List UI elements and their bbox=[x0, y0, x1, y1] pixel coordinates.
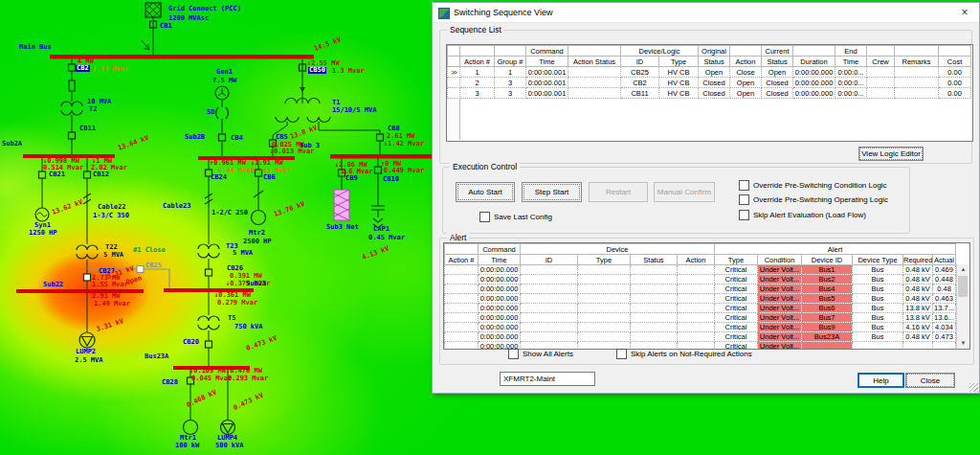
cell[interactable] bbox=[678, 275, 715, 284]
title-bar[interactable]: Switching Sequence View × bbox=[433, 3, 979, 23]
alert-row[interactable]: 0:00:00.000CriticalUnder Volt...Bus1Bus0… bbox=[445, 265, 956, 275]
override-operating-logic-checkbox[interactable]: Override Pre-Switching Operating Logic bbox=[739, 194, 888, 205]
cell[interactable]: 0:00:00.000 bbox=[479, 275, 521, 284]
cell[interactable]: HV CB bbox=[659, 78, 699, 88]
cell[interactable] bbox=[445, 294, 479, 304]
cell[interactable]: Bus23A bbox=[802, 332, 853, 342]
cell[interactable]: 0:00:00.000 bbox=[479, 332, 521, 342]
cell[interactable] bbox=[933, 342, 956, 351]
cell[interactable]: Under Volt... bbox=[758, 294, 802, 304]
checkbox-icon[interactable] bbox=[479, 212, 490, 222]
cell[interactable]: Open bbox=[762, 67, 793, 78]
scroll-up-icon[interactable]: ▲ bbox=[957, 264, 969, 275]
cell[interactable] bbox=[445, 284, 479, 294]
cell[interactable]: 1 bbox=[460, 67, 495, 78]
cell[interactable] bbox=[867, 78, 895, 88]
cell[interactable]: Bus bbox=[853, 284, 903, 294]
cell[interactable]: 0:00:00.000 bbox=[479, 265, 521, 275]
cell[interactable]: Bus bbox=[853, 275, 903, 284]
cell[interactable] bbox=[678, 313, 715, 323]
cell[interactable] bbox=[631, 332, 678, 342]
cell[interactable] bbox=[895, 67, 939, 78]
cell[interactable]: CB25 bbox=[621, 67, 659, 78]
skip-alert-evaluation-checkbox[interactable]: Skip Alert Evaluation (Load Flow) bbox=[739, 210, 866, 220]
cell[interactable]: Closed bbox=[762, 88, 793, 99]
cell[interactable] bbox=[631, 304, 678, 313]
cell[interactable] bbox=[445, 265, 479, 275]
cell[interactable]: 0:00:00.000 bbox=[793, 88, 835, 99]
cell[interactable] bbox=[521, 265, 578, 275]
cell[interactable]: HV CB bbox=[659, 67, 699, 78]
cell[interactable] bbox=[521, 323, 578, 332]
cell[interactable]: Open bbox=[730, 88, 762, 99]
alert-row[interactable]: 0:00:00.000CriticalUnder Volt...Bus7Bus1… bbox=[445, 313, 956, 323]
cell[interactable]: 0.473 bbox=[933, 332, 956, 342]
save-last-config-checkbox[interactable]: Save Last Config bbox=[479, 212, 552, 222]
cell[interactable]: Critical bbox=[715, 323, 758, 332]
cell[interactable]: 13.7... bbox=[933, 304, 956, 313]
cell[interactable] bbox=[631, 275, 678, 284]
cell[interactable] bbox=[578, 313, 631, 323]
cell[interactable] bbox=[521, 294, 578, 304]
cell[interactable]: 0:00:00.000 bbox=[479, 313, 521, 323]
cell[interactable]: 1 bbox=[495, 67, 526, 78]
cell[interactable]: Bus4 bbox=[802, 284, 853, 294]
cell[interactable]: Under Volt... bbox=[758, 342, 802, 351]
row-marker[interactable] bbox=[448, 88, 460, 99]
cell[interactable]: 0.448 bbox=[933, 275, 956, 284]
cell[interactable] bbox=[867, 67, 895, 78]
help-button[interactable]: Help bbox=[858, 373, 904, 388]
cell[interactable]: Under Volt... bbox=[758, 284, 802, 294]
cell[interactable]: Under Volt... bbox=[758, 275, 802, 284]
cell[interactable] bbox=[853, 342, 903, 351]
cell[interactable] bbox=[678, 332, 715, 342]
cell[interactable]: 0.463 bbox=[933, 294, 956, 304]
override-condition-logic-checkbox[interactable]: Override Pre-Switching Condition Logic bbox=[739, 180, 887, 191]
cell[interactable]: Critical bbox=[715, 284, 758, 294]
cell[interactable]: Under Volt... bbox=[758, 265, 802, 275]
cell[interactable]: 2 bbox=[460, 78, 495, 88]
cell[interactable] bbox=[631, 294, 678, 304]
cell[interactable] bbox=[445, 304, 479, 313]
alert-row[interactable]: 0:00:00.000CriticalUnder Volt...Bus2Bus0… bbox=[445, 275, 956, 284]
cell[interactable] bbox=[568, 78, 621, 88]
cell[interactable]: 0.48 kV bbox=[903, 332, 933, 342]
cell[interactable]: Under Volt... bbox=[758, 323, 802, 332]
cell[interactable] bbox=[578, 284, 631, 294]
cell[interactable]: 0.48 kV bbox=[903, 275, 933, 284]
row-marker[interactable] bbox=[448, 78, 460, 88]
sequence-row[interactable]: >>110:00:00.001CB25HV CBOpenCloseOpen0:0… bbox=[448, 67, 971, 78]
cell[interactable]: Bus bbox=[853, 332, 903, 342]
sequence-row[interactable]: 230:00:00.001CB2HV CBClosedOpenClosed0:0… bbox=[448, 78, 971, 88]
close-icon[interactable]: × bbox=[954, 5, 975, 20]
cell[interactable] bbox=[631, 323, 678, 332]
restart-button[interactable]: Restart bbox=[589, 182, 648, 202]
cell[interactable] bbox=[445, 323, 479, 332]
cell[interactable]: 3 bbox=[460, 88, 495, 99]
cell[interactable] bbox=[631, 313, 678, 323]
cell[interactable] bbox=[521, 304, 578, 313]
alert-scrollbar[interactable]: ▲ ▼ bbox=[956, 264, 969, 349]
cell[interactable] bbox=[678, 323, 715, 332]
cell[interactable]: 0.469 bbox=[933, 265, 956, 275]
cell[interactable] bbox=[521, 284, 578, 294]
cell[interactable] bbox=[578, 275, 631, 284]
cell[interactable]: 0:00:00.000 bbox=[479, 284, 521, 294]
cell[interactable]: Under Volt... bbox=[758, 313, 802, 323]
cell[interactable]: Under Volt... bbox=[758, 332, 802, 342]
cell[interactable] bbox=[678, 284, 715, 294]
cell[interactable]: 3 bbox=[495, 88, 526, 99]
cell[interactable]: Bus1 bbox=[802, 265, 853, 275]
cell[interactable]: CB2 bbox=[621, 78, 659, 88]
cell[interactable] bbox=[521, 332, 578, 342]
cell[interactable]: 0.48 kV bbox=[903, 284, 933, 294]
cell[interactable]: Bus5 bbox=[802, 294, 853, 304]
scroll-down-icon[interactable]: ▼ bbox=[957, 338, 969, 349]
manual-confirm-button[interactable]: Manual Confirm bbox=[654, 182, 715, 202]
cell[interactable] bbox=[521, 275, 578, 284]
cell[interactable]: CB11 bbox=[621, 88, 659, 99]
cell[interactable]: Closed bbox=[699, 78, 730, 88]
cell[interactable]: Bus2 bbox=[802, 275, 853, 284]
cell[interactable] bbox=[578, 304, 631, 313]
cell[interactable]: HV CB bbox=[659, 88, 699, 99]
